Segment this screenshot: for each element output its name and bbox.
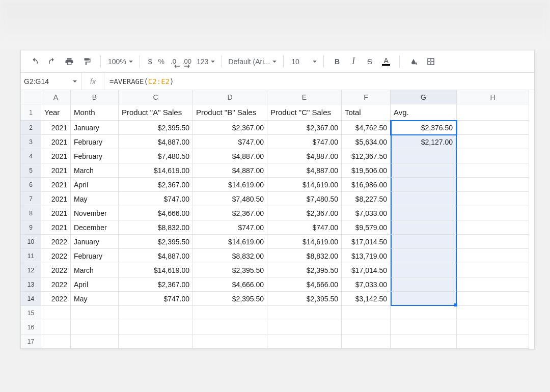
italic-button[interactable]: I [346, 54, 361, 69]
cell-D6[interactable]: $14,619.00 [193, 178, 267, 192]
cell-D1[interactable]: Product "B" Sales [193, 104, 267, 121]
cell-F15[interactable] [342, 306, 391, 320]
cell-A10[interactable]: 2022 [41, 235, 71, 249]
cell-F8[interactable]: $7,033.00 [342, 206, 391, 220]
cell-F9[interactable]: $9,579.00 [342, 220, 391, 235]
cell-G3[interactable]: $2,127.00 [391, 135, 457, 149]
cell-E3[interactable]: $747.00 [267, 135, 342, 149]
cell-F14[interactable]: $3,142.50 [342, 292, 391, 306]
row-header-11[interactable]: 11 [21, 249, 41, 263]
column-header-C[interactable]: C [119, 90, 193, 104]
row-header-4[interactable]: 4 [21, 149, 41, 163]
cell-C5[interactable]: $14,619.00 [119, 163, 193, 178]
formula-input[interactable]: =AVERAGE(C2:E2) [104, 73, 534, 90]
cell-A7[interactable]: 2021 [41, 192, 71, 206]
cell-D4[interactable]: $4,887.00 [193, 149, 267, 163]
column-header-E[interactable]: E [267, 90, 342, 104]
cell-E9[interactable]: $747.00 [267, 220, 342, 235]
cell-G14[interactable] [391, 292, 457, 306]
cell-G4[interactable] [391, 149, 457, 163]
cell-A16[interactable] [41, 320, 71, 334]
cell-B11[interactable]: February [71, 249, 119, 263]
cell-E17[interactable] [267, 334, 342, 349]
cell-A6[interactable]: 2021 [41, 178, 71, 192]
paint-format-button[interactable] [79, 54, 94, 69]
cell-A8[interactable]: 2021 [41, 206, 71, 220]
cell-D10[interactable]: $14,619.00 [193, 235, 267, 249]
row-header-8[interactable]: 8 [21, 206, 41, 220]
cell-D17[interactable] [193, 334, 267, 349]
cell-B8[interactable]: November [71, 206, 119, 220]
cell-A12[interactable]: 2022 [41, 263, 71, 277]
row-header-16[interactable]: 16 [21, 320, 41, 334]
cell-A2[interactable]: 2021 [41, 121, 71, 135]
cell-H8[interactable] [457, 206, 529, 220]
cell-H11[interactable] [457, 249, 529, 263]
cell-D7[interactable]: $7,480.50 [193, 192, 267, 206]
cell-C9[interactable]: $8,832.00 [119, 220, 193, 235]
cell-G16[interactable] [391, 320, 457, 334]
cell-F11[interactable]: $13,719.00 [342, 249, 391, 263]
cell-D2[interactable]: $2,367.00 [193, 121, 267, 135]
undo-button[interactable] [27, 54, 42, 69]
cell-F7[interactable]: $8,227.50 [342, 192, 391, 206]
font-dropdown[interactable]: Default (Ari... [228, 57, 277, 66]
cell-G6[interactable] [391, 178, 457, 192]
cell-C8[interactable]: $4,666.00 [119, 206, 193, 220]
cell-G5[interactable] [391, 163, 457, 178]
cell-G17[interactable] [391, 334, 457, 349]
font-size-control[interactable]: 10 [290, 57, 317, 66]
row-header-17[interactable]: 17 [21, 334, 41, 349]
cell-B12[interactable]: March [71, 263, 119, 277]
row-header-6[interactable]: 6 [21, 178, 41, 192]
cell-D3[interactable]: $747.00 [193, 135, 267, 149]
cell-B15[interactable] [71, 306, 119, 320]
cell-A17[interactable] [41, 334, 71, 349]
print-button[interactable] [62, 54, 77, 69]
cell-A13[interactable]: 2022 [41, 277, 71, 292]
row-header-7[interactable]: 7 [21, 192, 41, 206]
cell-H10[interactable] [457, 235, 529, 249]
cell-G2[interactable]: $2,376.50 [391, 121, 457, 135]
column-header-B[interactable]: B [71, 90, 119, 104]
cell-B5[interactable]: March [71, 163, 119, 178]
cell-H13[interactable] [457, 277, 529, 292]
row-header-1[interactable]: 1 [21, 104, 41, 121]
column-header-F[interactable]: F [342, 90, 391, 104]
cell-F12[interactable]: $17,014.50 [342, 263, 391, 277]
cell-E11[interactable]: $8,832.00 [267, 249, 342, 263]
select-all-corner[interactable] [21, 90, 41, 104]
cell-E13[interactable]: $4,666.00 [267, 277, 342, 292]
cell-C10[interactable]: $2,395.50 [119, 235, 193, 249]
cell-F6[interactable]: $16,986.00 [342, 178, 391, 192]
row-header-5[interactable]: 5 [21, 163, 41, 178]
cell-B6[interactable]: April [71, 178, 119, 192]
cell-F2[interactable]: $4,762.50 [342, 121, 391, 135]
number-format-dropdown[interactable]: 123 [196, 57, 215, 66]
cell-H5[interactable] [457, 163, 529, 178]
cell-G1[interactable]: Avg. [391, 104, 457, 121]
cell-B4[interactable]: February [71, 149, 119, 163]
cell-H17[interactable] [457, 334, 529, 349]
cell-H6[interactable] [457, 178, 529, 192]
cell-D13[interactable]: $4,666.00 [193, 277, 267, 292]
cell-E14[interactable]: $2,395.50 [267, 292, 342, 306]
name-box[interactable]: G2:G14 [21, 73, 82, 90]
cell-E15[interactable] [267, 306, 342, 320]
row-header-3[interactable]: 3 [21, 135, 41, 149]
cell-H3[interactable] [457, 135, 529, 149]
cell-F4[interactable]: $12,367.50 [342, 149, 391, 163]
cell-A11[interactable]: 2022 [41, 249, 71, 263]
cell-E6[interactable]: $14,619.00 [267, 178, 342, 192]
cell-D16[interactable] [193, 320, 267, 334]
cell-C13[interactable]: $2,367.00 [119, 277, 193, 292]
cell-F1[interactable]: Total [342, 104, 391, 121]
cell-F17[interactable] [342, 334, 391, 349]
decrease-decimal-button[interactable]: .0 [169, 54, 178, 69]
cell-G10[interactable] [391, 235, 457, 249]
cell-A4[interactable]: 2021 [41, 149, 71, 163]
cell-G13[interactable] [391, 277, 457, 292]
strikethrough-button[interactable]: S [363, 54, 377, 69]
cell-F13[interactable]: $7,033.00 [342, 277, 391, 292]
cell-H12[interactable] [457, 263, 529, 277]
